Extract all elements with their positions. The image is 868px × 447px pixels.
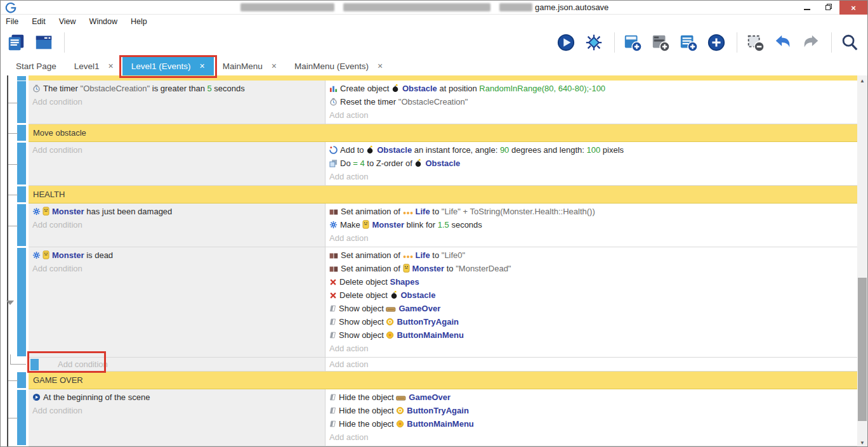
event-handle-bar[interactable] (17, 76, 26, 81)
add-comment-button[interactable] (678, 32, 701, 53)
sub-event-handle-bar[interactable] (30, 359, 39, 370)
sub-actions-cell[interactable]: Add action (326, 358, 857, 372)
add-action-placeholder[interactable]: Add action (326, 231, 857, 245)
comment-text[interactable] (29, 75, 857, 81)
comment-row[interactable]: Move obstacle (1, 124, 857, 142)
action-line[interactable]: Add to Obstacle an instant force, angle:… (326, 143, 857, 157)
add-action-placeholder[interactable]: Add action (326, 108, 857, 122)
action-line[interactable]: Hide the object GameOver (326, 391, 857, 404)
action-line[interactable]: Create object Obstacle at position Rando… (326, 82, 857, 95)
add-condition-placeholder[interactable]: Add condition (58, 358, 108, 372)
action-line[interactable]: Delete object Shapes (326, 275, 857, 288)
conditions-cell[interactable]: Add condition (29, 142, 326, 186)
condition-line[interactable]: At the beginning of the scene (29, 391, 325, 404)
actions-cell[interactable]: Create object Obstacle at position Rando… (326, 81, 857, 124)
restore-button[interactable] (818, 1, 839, 15)
action-line[interactable]: Do = 4 to Z-order of Obstacle (326, 157, 857, 170)
undo-button[interactable] (773, 32, 796, 53)
action-line[interactable]: Set animation of Life to "Life0" (326, 249, 857, 262)
action-line[interactable]: Show object ButtonTryAgain (326, 315, 857, 328)
action-line[interactable]: Set animation of Monster to "MonsterDead… (326, 262, 857, 275)
event-handle-bar[interactable] (17, 186, 26, 202)
tab-level1-events[interactable]: Level1 (Events)× (122, 56, 214, 75)
event-handle-bar[interactable] (17, 372, 26, 388)
debug-button[interactable] (584, 32, 607, 53)
vertical-scrollbar[interactable]: ▲ ▼ (857, 75, 867, 447)
event-handle-bar[interactable] (17, 81, 26, 123)
play-button[interactable] (556, 32, 579, 53)
menu-window[interactable]: Window (89, 17, 117, 26)
add-condition-placeholder[interactable]: Add condition (29, 404, 325, 417)
action-line[interactable]: Set animation of Life to "Life" + ToStri… (326, 205, 857, 218)
comment-row[interactable]: GAME OVER (1, 372, 857, 389)
add-condition-placeholder[interactable]: Add condition (29, 262, 325, 275)
add-subevent-button[interactable] (650, 32, 673, 53)
add-action-placeholder[interactable]: Add action (326, 170, 857, 183)
comment-text[interactable]: Move obstacle (29, 124, 857, 142)
minimize-button[interactable] (796, 1, 818, 15)
expander-triangle-icon[interactable] (6, 301, 14, 305)
event-handle-bar[interactable] (17, 143, 26, 185)
event-handle-bar[interactable] (17, 204, 26, 246)
action-line[interactable]: Hide the object ButtonMainMenu (326, 417, 857, 431)
debug-icon (584, 33, 603, 52)
scroll-down-icon[interactable]: ▼ (857, 437, 867, 447)
tab-close-icon[interactable]: × (272, 61, 277, 71)
action-line[interactable]: Show object ButtonMainMenu (326, 328, 857, 342)
search-button[interactable] (839, 32, 862, 53)
comment-row-partial[interactable] (1, 75, 857, 81)
event-handle-bar[interactable] (17, 390, 26, 445)
project-manager-button[interactable] (6, 32, 29, 53)
tab-close-icon[interactable]: × (109, 61, 114, 71)
actions-cell[interactable]: Hide the object GameOverHide the object … (326, 389, 857, 446)
actions-cell[interactable]: Add to Obstacle an instant force, angle:… (326, 142, 857, 186)
redo-button[interactable] (801, 32, 824, 53)
tab-close-icon[interactable]: × (378, 61, 383, 71)
tab-bar: Start PageLevel1×Level1 (Events)×MainMen… (1, 56, 867, 75)
add-circle-button[interactable] (706, 32, 729, 53)
scene-window-button[interactable] (34, 32, 56, 53)
conditions-cell[interactable]: At the beginning of the sceneAdd conditi… (29, 389, 326, 446)
tab-mainmenu-events[interactable]: MainMenu (Events)× (286, 56, 391, 75)
add-action-placeholder[interactable]: Add action (326, 342, 857, 355)
tab-mainmenu[interactable]: MainMenu× (214, 56, 286, 75)
conditions-cell[interactable]: Monster is deadAdd condition (29, 247, 326, 358)
condition-line[interactable]: Monster has just been damaged (29, 205, 325, 218)
action-line[interactable]: Delete object Obstacle (326, 288, 857, 302)
action-line[interactable]: Make Monster blink for 1.5 seconds (326, 218, 857, 231)
comment-row[interactable]: HEALTH (1, 186, 857, 204)
text: Add condition (32, 406, 82, 415)
event-handle-bar[interactable] (17, 125, 26, 141)
event-handle-bar[interactable] (17, 248, 26, 356)
menu-help[interactable]: Help (131, 17, 147, 26)
close-button[interactable]: × (839, 1, 867, 15)
action-line[interactable]: Show object GameOver (326, 302, 857, 315)
add-condition-placeholder[interactable]: Add condition (29, 143, 325, 157)
menu-file[interactable]: File (6, 17, 18, 26)
remove-event-button[interactable] (745, 32, 768, 53)
add-condition-placeholder[interactable]: Add condition (29, 95, 325, 108)
actions-cell[interactable]: Set animation of Life to "Life" + ToStri… (326, 204, 857, 247)
tab-close-icon[interactable]: × (200, 61, 205, 71)
add-action-placeholder[interactable]: Add action (326, 358, 857, 372)
add-action-placeholder[interactable]: Add action (326, 431, 857, 444)
behavior-gear-icon (329, 221, 338, 229)
tab-level1[interactable]: Level1× (65, 56, 122, 75)
actions-cell[interactable]: Set animation of Life to "Life0"Set anim… (326, 247, 857, 358)
tab-start-page[interactable]: Start Page (7, 56, 65, 75)
scrollbar-thumb[interactable] (858, 278, 867, 421)
comment-text[interactable]: GAME OVER (29, 372, 857, 389)
scroll-up-icon[interactable]: ▲ (857, 75, 867, 86)
conditions-cell[interactable]: Monster has just been damagedAdd conditi… (29, 204, 326, 247)
comment-text[interactable]: HEALTH (29, 186, 857, 204)
condition-line[interactable]: The timer "ObstacleCreation" is greater … (29, 82, 325, 95)
add-event-button[interactable] (622, 32, 645, 53)
conditions-cell[interactable]: The timer "ObstacleCreation" is greater … (29, 81, 326, 124)
visibility-icon (329, 331, 336, 339)
action-line[interactable]: Hide the object ButtonTryAgain (326, 404, 857, 417)
add-condition-placeholder[interactable]: Add condition (29, 218, 325, 231)
condition-line[interactable]: Monster is dead (29, 249, 325, 262)
menu-edit[interactable]: Edit (32, 17, 46, 26)
action-line[interactable]: Reset the timer "ObstacleCreation" (326, 95, 857, 108)
menu-view[interactable]: View (59, 17, 76, 26)
